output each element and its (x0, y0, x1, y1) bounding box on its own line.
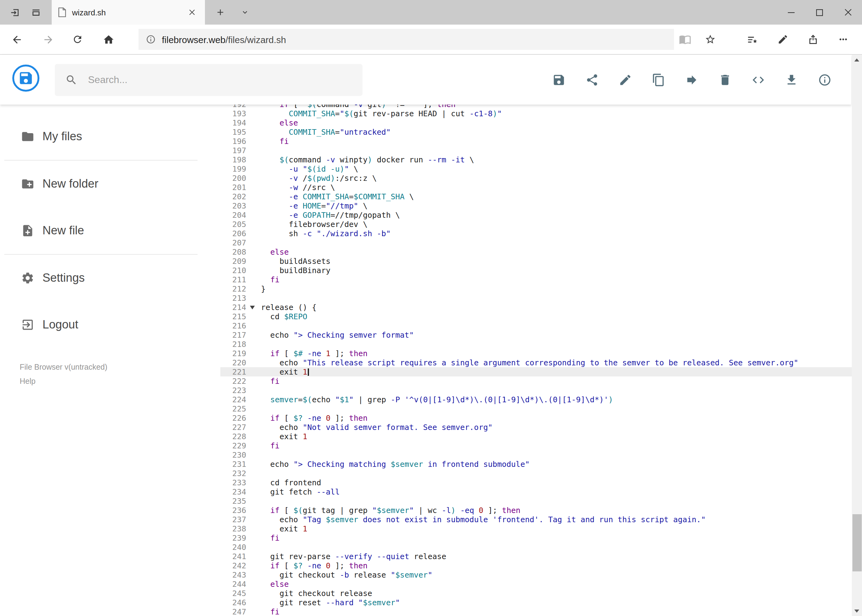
forward-icon[interactable] (38, 30, 58, 49)
code-line[interactable]: 211 fi (221, 275, 851, 284)
code-line[interactable]: 229 fi (221, 441, 851, 450)
tabs-you-set-aside-icon[interactable] (27, 4, 44, 21)
code-line[interactable]: 239 fi (221, 533, 851, 542)
code-line[interactable]: 209 buildAssets (221, 256, 851, 266)
tab-close-icon[interactable] (185, 6, 199, 19)
new-tab-icon[interactable] (212, 4, 229, 21)
code-line[interactable]: 228 exit 1 (221, 432, 851, 441)
code-line[interactable]: 241 git rev-parse --verify --quiet relea… (221, 552, 851, 561)
code-line[interactable]: 235 (221, 497, 851, 506)
hub-icon[interactable] (742, 30, 762, 49)
set-tabs-aside-icon[interactable] (6, 4, 24, 21)
code-line[interactable]: 245 git checkout release (221, 589, 851, 598)
code-line[interactable]: 216 (221, 321, 851, 330)
code-line[interactable]: 233 cd frontend (221, 478, 851, 487)
minimize-icon[interactable] (777, 0, 805, 25)
code-line[interactable]: 210 buildBinary (221, 266, 851, 275)
code-line[interactable]: 221 exit 1 (221, 367, 851, 376)
code-line[interactable]: 214release () { (221, 303, 851, 312)
delete-button[interactable] (718, 73, 732, 86)
tab-preview-chevron-icon[interactable] (236, 4, 254, 21)
code-line[interactable]: 225 (221, 404, 851, 413)
maximize-icon[interactable] (805, 0, 834, 25)
scrollbar[interactable] (851, 55, 862, 616)
download-button[interactable] (785, 73, 798, 86)
code-line[interactable]: 194 else (221, 118, 851, 127)
refresh-icon[interactable] (68, 30, 87, 49)
code-line[interactable]: 201 -w //src \ (221, 183, 851, 192)
more-options-icon[interactable] (834, 30, 853, 49)
code-line[interactable]: 219 if [ $# -ne 1 ]; then (221, 349, 851, 358)
info-button[interactable] (818, 73, 832, 86)
code-line[interactable]: 202 -e COMMIT_SHA=$COMMIT_SHA \ (221, 192, 851, 201)
rename-button[interactable] (619, 73, 632, 86)
code-line[interactable]: 227 echo "Not valid semver format. See s… (221, 423, 851, 432)
code-line[interactable]: 220 echo "This release script requires a… (221, 358, 851, 367)
code-line[interactable]: 198 $(command -v winpty) docker run --rm… (221, 155, 851, 164)
favorite-star-icon[interactable] (700, 30, 720, 49)
code-line[interactable]: 193 COMMIT_SHA="$(git rev-parse HEAD | c… (221, 109, 851, 118)
sidebar-item-my-files[interactable]: My files (0, 113, 221, 160)
code-line[interactable]: 231 echo "> Checking matching $semver in… (221, 459, 851, 469)
code-line[interactable]: 207 (221, 238, 851, 247)
info-circle-icon[interactable] (146, 35, 156, 44)
scroll-up-arrow[interactable] (851, 55, 862, 65)
share-button[interactable] (585, 73, 599, 86)
home-icon[interactable] (98, 30, 118, 49)
code-line[interactable]: 203 -e HOME="//tmp" \ (221, 201, 851, 211)
share-arrow-icon[interactable] (803, 30, 823, 49)
code-line[interactable]: 234 git fetch --all (221, 487, 851, 497)
browser-tab[interactable]: wizard.sh (52, 0, 205, 25)
code-line[interactable]: 236 if [ $(git tag | grep "$semver" | wc… (221, 506, 851, 515)
sidebar-item-new-folder[interactable]: New folder (0, 160, 221, 207)
search-input[interactable] (87, 74, 352, 86)
code-line[interactable]: 206 sh -c "./wizard.sh -b" (221, 229, 851, 238)
code-line[interactable]: 243 git checkout -b release "$semver" (221, 570, 851, 580)
code-line[interactable]: 213 (221, 293, 851, 303)
close-icon[interactable] (834, 0, 862, 25)
reading-view-icon[interactable] (675, 30, 695, 49)
web-note-pen-icon[interactable] (773, 30, 793, 49)
code-line[interactable]: 218 (221, 339, 851, 349)
sidebar-item-new-file[interactable]: New file (0, 207, 221, 254)
code-line[interactable]: 244 else (221, 580, 851, 589)
copy-button[interactable] (652, 73, 665, 86)
help-link[interactable]: Help (20, 376, 107, 388)
code-line[interactable]: 217 echo "> Checking semver format" (221, 330, 851, 339)
source-view-button[interactable] (752, 73, 765, 86)
code-line[interactable]: 240 (221, 542, 851, 552)
code-line[interactable]: 204 -e GOPATH=//tmp/gopath \ (221, 211, 851, 220)
code-line[interactable]: 208 else (221, 247, 851, 256)
filebrowser-logo-icon[interactable] (12, 64, 39, 92)
code-line[interactable]: 223 (221, 386, 851, 395)
code-line[interactable]: 212} (221, 284, 851, 293)
code-line[interactable]: 199 -u "$(id -u)" \ (221, 164, 851, 173)
fold-toggle-icon[interactable] (250, 306, 255, 310)
code-line[interactable]: 237 echo "Tag $semver does not exist in … (221, 515, 851, 524)
code-line[interactable]: 232 (221, 469, 851, 478)
save-button[interactable] (552, 73, 566, 86)
code-line[interactable]: 200 -v /$(pwd):/src:z \ (221, 173, 851, 183)
code-line[interactable]: 222 fi (221, 376, 851, 386)
code-line[interactable]: 247 fi (221, 607, 851, 616)
code-line[interactable]: 246 git reset --hard "$semver" (221, 598, 851, 607)
address-bar[interactable]: filebrowser.web/files/wizard.sh (139, 29, 674, 50)
code-line[interactable]: 196 fi (221, 137, 851, 146)
code-line[interactable]: 224 semver=$(echo "$1" | grep -P '^v(0|[… (221, 395, 851, 404)
search-box[interactable] (55, 64, 362, 96)
code-line[interactable]: 226 if [ $? -ne 0 ]; then (221, 413, 851, 423)
sidebar-item-logout[interactable]: Logout (0, 302, 221, 348)
sidebar-item-settings[interactable]: Settings (0, 255, 221, 302)
code-line[interactable]: 197 (221, 146, 851, 155)
code-line[interactable]: 195 COMMIT_SHA="untracked" (221, 127, 851, 137)
move-button[interactable] (685, 73, 698, 86)
code-line[interactable]: 242 if [ $? -ne 0 ]; then (221, 561, 851, 570)
code-line[interactable]: 215 cd $REPO (221, 312, 851, 321)
code-editor[interactable]: 192 if [ "$(command -v git)" != "" ]; th… (221, 105, 851, 616)
scrollbar-thumb[interactable] (852, 514, 861, 571)
back-icon[interactable] (7, 30, 27, 49)
scroll-down-arrow[interactable] (851, 605, 862, 616)
code-line[interactable]: 238 exit 1 (221, 524, 851, 533)
code-line[interactable]: 192 if [ "$(command -v git)" != "" ]; th… (221, 105, 851, 109)
code-line[interactable]: 205 filebrowser/dev \ (221, 220, 851, 229)
